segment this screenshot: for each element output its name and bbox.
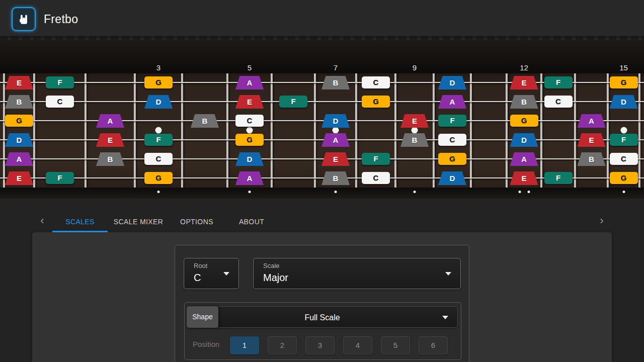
position-button-2[interactable]: 2	[268, 336, 297, 354]
note-chip: A	[96, 114, 124, 128]
note-chip: F	[544, 172, 573, 184]
fret-wire	[134, 73, 136, 188]
fret-number-band: 35791215	[0, 40, 644, 73]
note-chip: F	[279, 96, 307, 108]
note-chip: G	[438, 153, 466, 165]
fret-marker-dot	[527, 191, 530, 193]
note-chip: D	[438, 76, 466, 89]
note-chip: A	[321, 133, 350, 147]
string-line-D	[0, 139, 644, 140]
fret-marker-dot	[249, 191, 251, 193]
fret-wire	[540, 73, 542, 188]
note-chip: E	[510, 171, 538, 185]
note-chip: D	[610, 95, 638, 109]
fret-number-label: 3	[156, 63, 160, 72]
tab-scales[interactable]: SCALES	[52, 210, 108, 232]
position-button-5[interactable]: 5	[381, 336, 410, 354]
fret-number-label: 12	[520, 63, 528, 72]
tab-options[interactable]: OPTIONS	[169, 210, 224, 232]
fret-marker-dot	[335, 191, 337, 193]
note-chip: E	[5, 171, 33, 185]
fret-number-label: 5	[248, 63, 252, 72]
fret-wire	[433, 73, 435, 188]
note-chip: E	[400, 114, 429, 128]
fret-wire	[3, 73, 5, 188]
note-chip: E	[96, 133, 124, 147]
shape-select[interactable]: Full Scale	[187, 306, 458, 328]
tab-list: SCALESSCALE MIXEROPTIONSABOUT	[52, 210, 279, 232]
note-chip: C	[46, 96, 74, 108]
fret-marker-strip	[0, 188, 644, 199]
chevron-right-icon[interactable]: ›	[597, 210, 607, 232]
note-chip: G	[362, 96, 390, 108]
chevron-left-icon[interactable]: ‹	[37, 210, 47, 232]
fret-wire	[314, 73, 316, 188]
note-chip: C	[438, 134, 466, 146]
position-button-4[interactable]: 4	[343, 336, 372, 354]
position-button-3[interactable]: 3	[305, 336, 335, 354]
fret-number-label: 15	[619, 63, 628, 72]
inlay-dot	[247, 127, 253, 134]
position-button-6[interactable]: 6	[419, 336, 448, 354]
note-chip: B	[5, 95, 33, 109]
dropdown-arrow-icon	[445, 272, 451, 276]
fret-wire	[506, 73, 508, 188]
note-chip: E	[578, 133, 606, 147]
note-chip: E	[510, 76, 538, 89]
note-chip: B	[321, 171, 350, 185]
scale-settings-card: Root C Scale Major Full Scale Shape Posi…	[175, 245, 469, 362]
note-chip: B	[96, 152, 124, 166]
note-chip: B	[578, 152, 606, 166]
tab-scale-mixer[interactable]: SCALE MIXER	[108, 210, 169, 232]
position-label: Position	[193, 340, 219, 348]
note-chip: C	[362, 76, 390, 88]
fret-number-label: 7	[334, 63, 338, 72]
header-notch-strip	[0, 36, 644, 40]
position-button-1[interactable]: 1	[230, 336, 259, 354]
note-chip: E	[5, 76, 33, 89]
note-chip: B	[510, 95, 538, 109]
note-chip: C	[235, 115, 264, 127]
fret-marker-dot	[414, 191, 416, 193]
fret-wire	[574, 73, 576, 188]
note-chip: D	[235, 152, 264, 166]
note-chip: F	[438, 115, 466, 127]
rock-hand-icon	[17, 13, 31, 26]
inlay-dot	[412, 127, 418, 134]
tab-about[interactable]: ABOUT	[224, 210, 279, 232]
note-chip: F	[610, 134, 638, 146]
root-select[interactable]: Root C	[184, 258, 239, 289]
note-chip: G	[144, 172, 173, 184]
fretboard: EFGABCDEFGBCDEFGABCDGABCDEFGADEFGABCDEFA…	[0, 73, 644, 188]
note-chip: F	[362, 153, 390, 165]
root-select-label: Root	[194, 262, 207, 269]
note-chip: A	[235, 171, 264, 185]
note-chip: A	[510, 152, 538, 166]
string-line-G	[0, 120, 644, 121]
root-select-value: C	[194, 272, 201, 284]
note-chip: G	[610, 172, 638, 184]
shape-group: Full Scale Shape Position 123456	[184, 302, 461, 360]
fret-marker-dot	[157, 191, 160, 193]
note-chip: G	[144, 76, 173, 88]
fret-wire	[355, 73, 357, 188]
note-chip: B	[191, 114, 219, 128]
fret-wire	[271, 73, 273, 188]
scale-select[interactable]: Scale Major	[253, 258, 461, 289]
note-chip: F	[144, 134, 173, 146]
app-title: Fretbo	[44, 0, 78, 36]
fret-number-label: 9	[413, 63, 417, 72]
note-chip: D	[438, 171, 466, 185]
inlay-dot	[333, 127, 339, 134]
note-chip: D	[321, 114, 350, 128]
logo-button[interactable]	[12, 7, 36, 31]
note-chip: G	[235, 134, 264, 146]
tab-bar: ‹ SCALESSCALE MIXEROPTIONSABOUT ›	[0, 210, 644, 232]
scale-select-value: Major	[263, 272, 288, 284]
fret-wire	[607, 73, 609, 188]
fret-wire	[181, 73, 183, 188]
fret-wire	[226, 73, 228, 188]
fret-wire	[470, 73, 472, 188]
fret-wire	[85, 73, 87, 188]
app-root: Fretbo 35791215 EFGABCDEFGBCDEFGABCDGABC…	[0, 0, 644, 362]
